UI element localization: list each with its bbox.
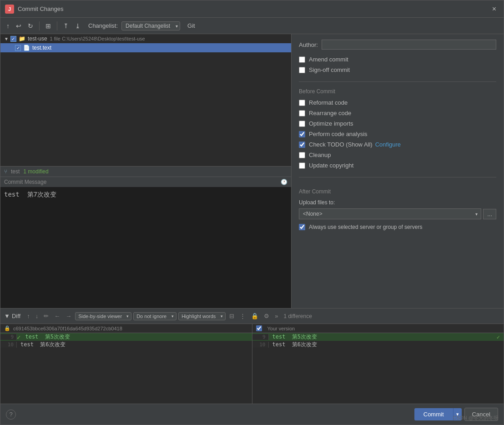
- diff-collapse-all-button[interactable]: ⊟: [227, 312, 236, 320]
- ignore-select[interactable]: Do not ignore: [133, 312, 176, 320]
- diff-left-lines: 9 ✓ test 第5次改变 10 test 第6次改变: [0, 333, 252, 404]
- tree-arrow: ▼: [4, 36, 9, 41]
- always-use-row: Always use selected server or group of s…: [299, 224, 496, 230]
- viewer-select-wrapper: Side-by-side viewer: [75, 312, 131, 320]
- commit-message-label: Commit Message: [4, 179, 46, 185]
- optimize-checkbox[interactable]: [299, 121, 305, 127]
- lock-icon: 🔒: [4, 325, 10, 331]
- reformat-label[interactable]: Reformat code: [309, 99, 348, 106]
- git-tab[interactable]: Git: [187, 22, 195, 29]
- your-version-checkbox[interactable]: [256, 325, 262, 331]
- signoff-commit-label[interactable]: Sign-off commit: [309, 66, 350, 73]
- diff-content: 🔒 c691453bbce6306a70f16da645d935d272cb04…: [0, 324, 504, 404]
- diff-lock-button[interactable]: 🔒: [249, 312, 260, 320]
- close-button[interactable]: ×: [489, 4, 499, 14]
- diff-collapse-icon[interactable]: ▼: [4, 313, 10, 319]
- history-icon[interactable]: 🕐: [281, 179, 287, 185]
- todo-checkbox[interactable]: [299, 142, 305, 148]
- diff-settings-button[interactable]: ⚙: [262, 312, 271, 320]
- diff-right-header: Your version: [252, 324, 504, 333]
- diff-expand-button[interactable]: »: [273, 312, 280, 320]
- branch-icon: ⑂: [4, 168, 7, 175]
- diff-columns-button[interactable]: ⋮: [238, 312, 247, 320]
- undo-button[interactable]: ↩: [14, 21, 24, 31]
- analysis-label[interactable]: Perform code analysis: [309, 131, 368, 137]
- upload-dots-button[interactable]: ...: [483, 209, 496, 219]
- diff-edit-button[interactable]: ✏: [42, 312, 50, 320]
- author-input[interactable]: [322, 40, 496, 50]
- file-name-0: test.text: [32, 45, 51, 51]
- file-checkbox-0[interactable]: ✓: [15, 45, 21, 51]
- modified-count: 1 modified: [23, 168, 48, 175]
- update-button[interactable]: ↑: [4, 21, 12, 31]
- move-up-button[interactable]: ⤒: [61, 21, 71, 31]
- upload-label: Upload files to:: [299, 199, 496, 206]
- commit-button[interactable]: Commit: [414, 408, 453, 420]
- amend-commit-label[interactable]: Amend commit: [309, 56, 348, 63]
- commit-message-input[interactable]: test 第7次改变: [0, 187, 291, 309]
- copyright-checkbox[interactable]: [299, 162, 305, 169]
- tree-root-item[interactable]: ▼ ✓ 📁 test-use 1 file C:\Users\25248\Des…: [0, 34, 291, 43]
- author-label: Author:: [299, 41, 318, 48]
- root-checkbox[interactable]: ✓: [10, 36, 16, 42]
- section-divider-1: [299, 81, 496, 82]
- diff-down-button[interactable]: ↓: [34, 312, 40, 320]
- todo-row: Check TODO (Show All) Configure: [299, 141, 496, 148]
- highlight-select[interactable]: Highlight words: [178, 312, 226, 320]
- changelist-select-wrapper: Default Changelist: [121, 21, 180, 30]
- configure-link[interactable]: Configure: [375, 141, 401, 148]
- rearrange-label[interactable]: Rearrange code: [309, 110, 351, 116]
- diff-line-right-1: 10 test 第6次改变: [252, 341, 504, 349]
- upload-select[interactable]: <None>: [299, 208, 481, 219]
- cleanup-checkbox[interactable]: [299, 152, 305, 158]
- changelist-label: Changelist:: [88, 22, 118, 29]
- diff-left-header-text: c691453bbce6306a70f16da645d935d272cb0418: [13, 326, 122, 331]
- rearrange-checkbox[interactable]: [299, 110, 305, 116]
- upload-select-wrapper: <None>: [299, 208, 481, 219]
- viewer-select[interactable]: Side-by-side viewer: [75, 312, 131, 320]
- commit-message-area: Commit Message 🕐 test 第7次改变: [0, 177, 291, 309]
- left-panel: ▼ ✓ 📁 test-use 1 file C:\Users\25248\Des…: [0, 34, 292, 308]
- optimize-row: Optimize imports: [299, 120, 496, 127]
- diff-right-header-text: Your version: [267, 326, 295, 331]
- diff-up-button[interactable]: ↑: [25, 312, 32, 320]
- diff-next-button[interactable]: →: [64, 312, 73, 320]
- reformat-row: Reformat code: [299, 99, 496, 106]
- right-check-icon: ✓: [497, 334, 504, 340]
- always-use-label[interactable]: Always use selected server or group of s…: [309, 224, 422, 230]
- cleanup-row: Cleanup: [299, 152, 496, 158]
- cleanup-label[interactable]: Cleanup: [309, 152, 331, 158]
- changelist-select[interactable]: Default Changelist: [121, 21, 180, 30]
- optimize-label[interactable]: Optimize imports: [309, 120, 353, 127]
- signoff-commit-checkbox[interactable]: [299, 67, 305, 73]
- main-area: ▼ ✓ 📁 test-use 1 file C:\Users\25248\Des…: [0, 34, 504, 308]
- toolbar-separator-2: [57, 21, 57, 30]
- dialog-window: J Commit Changes × ↑ ↩ ↻ ⊞ ⤒ ⤓ Changelis…: [0, 0, 504, 425]
- diff-toolbar: ↑ ↓ ✏ ← → Side-by-side viewer Do not ign…: [25, 312, 500, 320]
- todo-label[interactable]: Check TODO (Show All): [309, 141, 373, 148]
- diff-line-content-right-0: test 第5次改变: [269, 333, 321, 341]
- amend-commit-checkbox[interactable]: [299, 56, 305, 63]
- analysis-checkbox[interactable]: [299, 131, 305, 137]
- reformat-checkbox[interactable]: [299, 100, 305, 106]
- diff-line-left-0: 9 ✓ test 第5次改变: [0, 333, 252, 341]
- file-item-0[interactable]: ✓ 📄 test.text: [0, 43, 291, 52]
- expand-button[interactable]: ⊞: [43, 21, 53, 31]
- root-item-meta: 1 file C:\Users\25248\Desktop\test\test-…: [50, 36, 145, 41]
- diff-prev-button[interactable]: ←: [52, 312, 62, 320]
- app-icon: J: [5, 5, 14, 14]
- redo-button[interactable]: ↻: [25, 21, 35, 31]
- signoff-commit-row: Sign-off commit: [299, 66, 496, 73]
- commit-message-header: Commit Message 🕐: [0, 177, 291, 187]
- author-row: Author:: [299, 40, 496, 50]
- diff-right-panel: Your version 9 test 第5次改变 ✓ 10 test 第6次改…: [252, 324, 504, 404]
- move-down-button[interactable]: ⤓: [73, 21, 83, 31]
- file-tree: ▼ ✓ 📁 test-use 1 file C:\Users\25248\Des…: [0, 34, 291, 166]
- diff-line-content-left-0: test 第5次改变: [21, 333, 74, 341]
- rearrange-row: Rearrange code: [299, 110, 496, 116]
- action-bar-left: ?: [6, 410, 16, 420]
- help-button[interactable]: ?: [6, 410, 16, 420]
- copyright-label[interactable]: Update copyright: [309, 162, 353, 169]
- always-use-checkbox[interactable]: [299, 224, 305, 230]
- diff-line-left-1: 10 test 第6次改变: [0, 341, 252, 349]
